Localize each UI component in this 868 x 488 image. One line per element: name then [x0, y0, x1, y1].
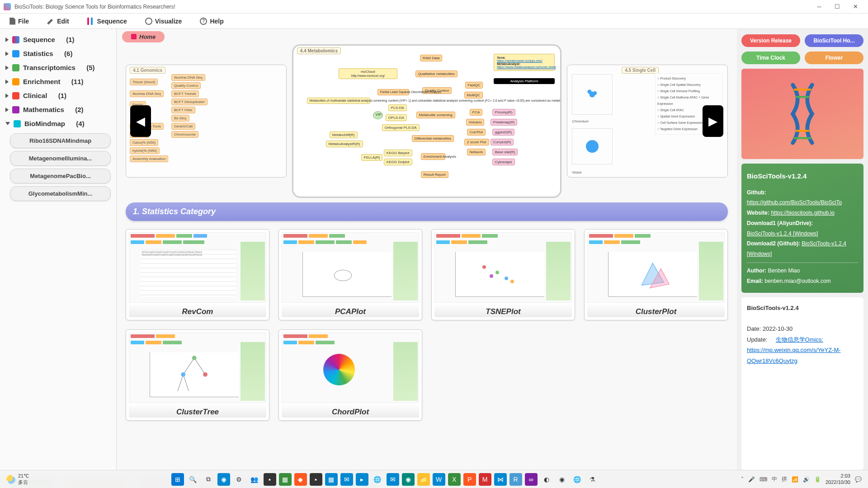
- cat-biomindmap[interactable]: BioMindmap (4): [3, 117, 113, 131]
- carousel-prev[interactable]: ◀: [130, 105, 151, 137]
- card-chordplot[interactable]: ChordPlot: [278, 329, 422, 421]
- update-link2[interactable]: https://mp.weixin.qq.com/s/YeYZ-M-QQwr18…: [747, 347, 841, 364]
- node-raw: RAW Data: [420, 55, 443, 61]
- battery-icon[interactable]: 🔋: [814, 476, 821, 483]
- cat-mathematics[interactable]: Mathematics (2): [3, 103, 113, 117]
- slide-center[interactable]: 4.4 Metabolomics Xena: https://xenabrows…: [292, 44, 561, 198]
- app-icon-4[interactable]: ▪: [310, 473, 322, 486]
- website-link[interactable]: https://bioscitools.github.io: [771, 210, 835, 216]
- r-icon[interactable]: R: [509, 473, 522, 486]
- app-icon-5[interactable]: ▦: [325, 473, 338, 486]
- mm-node: Illumina DNA Seq: [130, 90, 164, 97]
- app-icon-2[interactable]: ▦: [279, 473, 292, 486]
- app-icon-7[interactable]: ◉: [402, 473, 415, 486]
- btn-home[interactable]: BioSciTool Ho...: [805, 34, 863, 47]
- btn-clock[interactable]: Time Clock: [741, 52, 800, 64]
- cat-statistics[interactable]: Statistics (6): [3, 47, 113, 61]
- app-icon-8[interactable]: M: [479, 473, 491, 486]
- github-link[interactable]: https://github.com/BioSciTools/BioSciTo: [747, 199, 842, 206]
- keyboard-icon[interactable]: ⌨: [760, 476, 767, 483]
- cards-grid: ATGCGATCGATCGATCGATCGTACGTAGCTAGCTACGATC…: [126, 229, 728, 421]
- sub-ribo[interactable]: Ribo16SDNAMindmap: [10, 133, 111, 148]
- menu-sequence[interactable]: Sequence: [87, 18, 127, 25]
- app-icon-1[interactable]: ◉: [217, 473, 230, 486]
- taskbar-clock[interactable]: 2:03 2022/10/30: [826, 473, 850, 485]
- search-button[interactable]: 🔍: [187, 473, 199, 486]
- sub-metapac[interactable]: MetagenomePacBio...: [10, 169, 111, 183]
- teams-icon[interactable]: 👥: [248, 473, 261, 486]
- download1-link[interactable]: BioSciTools-v1.2.4 [Windows]: [747, 230, 818, 237]
- node-keggdot: KEGG Dotplot: [384, 159, 412, 165]
- app-icon-12[interactable]: ⚗: [586, 473, 599, 486]
- taskbar-weather[interactable]: 21℃多云: [0, 473, 35, 486]
- notification-icon[interactable]: 💬: [855, 476, 862, 483]
- sc-label: Chromium: [572, 119, 589, 123]
- card-tsneplot[interactable]: TSNEPlot: [431, 229, 575, 320]
- taskview-icon[interactable]: ⧉: [202, 473, 215, 486]
- taskbar: 21℃多云 ⊞ 🔍 ⧉ ◉ ⚙ 👥 ▪ ▦ ◆ ▪ ▦ ✉ ▸ 🌐 ✉ ◉ 📁 …: [0, 470, 868, 488]
- content-scroll[interactable]: ◀ ▶ 4.1 Genomics Tissue (blood) Illumina…: [117, 44, 737, 475]
- terminal-icon[interactable]: ▪: [264, 473, 276, 486]
- close-button[interactable]: ✕: [846, 0, 864, 13]
- app-icon-11[interactable]: 🌐: [571, 473, 584, 486]
- menu-help[interactable]: ?Help: [200, 18, 223, 25]
- outlook-icon[interactable]: ✉: [387, 473, 399, 486]
- mail-icon[interactable]: ✉: [340, 473, 353, 486]
- carousel-next[interactable]: ▶: [703, 105, 723, 137]
- chevron-down-icon: [5, 122, 10, 125]
- node-multiqc: MultiQC: [464, 92, 483, 99]
- ppt-icon[interactable]: P: [463, 473, 476, 486]
- menu-edit[interactable]: Edit: [47, 18, 69, 25]
- explorer-icon[interactable]: 📁: [417, 473, 430, 486]
- node-ggplot: ggplot2(R): [492, 129, 514, 136]
- sub-glyco[interactable]: GlycometabolismMin...: [10, 186, 111, 201]
- cat-sequence[interactable]: Sequence (1): [3, 33, 113, 47]
- node-zscore: Z score Plot: [464, 139, 489, 145]
- maximize-button[interactable]: ☐: [828, 0, 846, 13]
- settings-icon[interactable]: ⚙: [233, 473, 245, 486]
- chevron-right-icon: [5, 38, 9, 42]
- minimize-button[interactable]: ─: [810, 0, 828, 13]
- app-icon-9[interactable]: ◐: [540, 473, 553, 486]
- btn-flower[interactable]: Flower: [805, 52, 863, 64]
- update-link1[interactable]: 生物信息学Omics:: [776, 336, 823, 343]
- volume-icon[interactable]: 🔊: [803, 476, 810, 483]
- app-icon-3[interactable]: ◆: [294, 473, 307, 486]
- chevron-up-icon[interactable]: ˄: [741, 476, 744, 483]
- node-corrplot: CorrPlot: [467, 129, 486, 136]
- card-clustertree[interactable]: ClusterTree: [126, 329, 269, 421]
- mm-node: BCFT Treewir: [171, 90, 199, 97]
- edge-icon[interactable]: 🌐: [371, 473, 384, 486]
- start-button[interactable]: ⊞: [171, 473, 184, 486]
- excel-icon[interactable]: X: [448, 473, 461, 486]
- right-panel: Version Release BioSciTool Ho... Time Cl…: [737, 29, 868, 475]
- card-clusterplot[interactable]: ClusterPlot: [584, 229, 728, 320]
- mm-node: Illumina DNA Seq: [171, 74, 205, 81]
- cat-enrichment[interactable]: Enrichment (11): [3, 75, 113, 89]
- app-icon-10[interactable]: ◉: [556, 473, 568, 486]
- menu-file[interactable]: File: [8, 18, 29, 25]
- cat-clinical[interactable]: Clinical (1): [3, 89, 113, 103]
- ime-pin[interactable]: 拼: [782, 475, 787, 483]
- vs-icon[interactable]: ∞: [525, 473, 538, 486]
- card-pcaplot[interactable]: PCAPlot: [278, 229, 422, 320]
- ime-cn[interactable]: 中: [772, 475, 777, 483]
- sub-metaill[interactable]: MetagenomeIllumina...: [10, 151, 111, 166]
- cat-transcriptomics[interactable]: Transcriptomics (5): [3, 61, 113, 75]
- btn-version[interactable]: Version Release: [741, 34, 800, 47]
- mic-icon[interactable]: 🎤: [748, 476, 755, 483]
- word-icon[interactable]: W: [433, 473, 445, 486]
- vscode-icon[interactable]: ⋈: [494, 473, 507, 486]
- card-revcom[interactable]: ATGCGATCGATCGATCGATCGTACGTAGCTAGCTACGATC…: [126, 229, 269, 320]
- node-prcomp: Prcomp(R): [492, 109, 515, 116]
- plot-area: [455, 252, 544, 297]
- app-icon-6[interactable]: ▸: [356, 473, 368, 486]
- tab-home[interactable]: Home: [122, 31, 165, 42]
- plot-area: [608, 252, 697, 297]
- node-keggbar: KEGG Barplot: [384, 150, 412, 156]
- svg-point-6: [192, 356, 197, 360]
- wifi-icon[interactable]: 📶: [792, 476, 798, 483]
- menu-visualize[interactable]: Visualize: [145, 18, 182, 25]
- seq-text: ATGCGATCGATCGATCGATCGTACGTAGCTAGCTACGATC…: [140, 249, 236, 297]
- info-title: BioSciTools-v1.2.4: [747, 170, 858, 183]
